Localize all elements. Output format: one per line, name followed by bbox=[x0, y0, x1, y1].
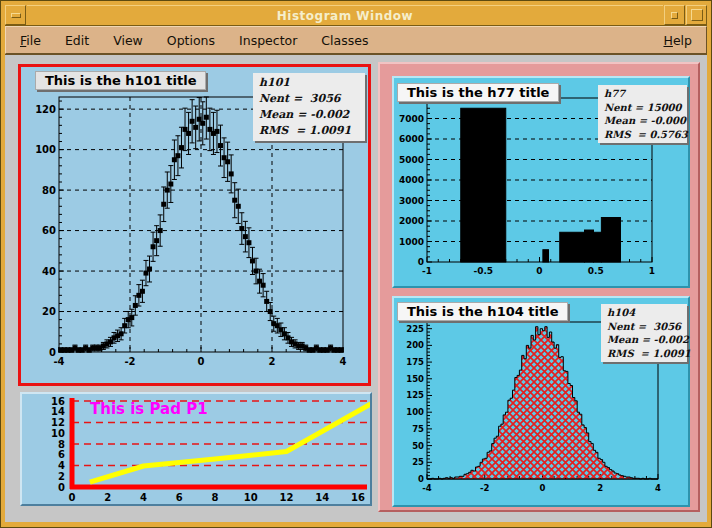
svg-text:12: 12 bbox=[51, 417, 65, 428]
svg-text:2000: 2000 bbox=[399, 216, 424, 226]
svg-text:20: 20 bbox=[42, 306, 56, 317]
svg-text:4: 4 bbox=[140, 492, 147, 503]
svg-text:75: 75 bbox=[412, 424, 424, 434]
svg-text:-2: -2 bbox=[480, 483, 490, 493]
svg-text:-4: -4 bbox=[422, 483, 432, 493]
root-canvas[interactable]: -4-2024020406080100120 This is the h101 … bbox=[5, 54, 707, 522]
pad-p1[interactable]: 02468101214160246810121416 This is Pad P… bbox=[20, 392, 372, 506]
svg-text:2: 2 bbox=[58, 471, 65, 482]
svg-text:0: 0 bbox=[536, 266, 542, 276]
pad-h101[interactable]: -4-2024020406080100120 This is the h101 … bbox=[18, 64, 371, 386]
maximize-icon bbox=[691, 9, 703, 21]
titlebar: Histogram Window bbox=[5, 5, 707, 26]
h77-title[interactable]: This is the h77 title bbox=[397, 83, 559, 102]
window-menu-icon bbox=[11, 13, 21, 18]
pad-h104[interactable]: -4-20240255075100125150175200225 This is… bbox=[392, 296, 690, 507]
window-menu-button[interactable] bbox=[5, 5, 26, 25]
svg-text:16: 16 bbox=[351, 492, 365, 503]
svg-text:0: 0 bbox=[540, 483, 546, 493]
pad-right-container[interactable]: -1-0.500.5101000200030004000500060007000… bbox=[378, 62, 700, 512]
svg-text:125: 125 bbox=[406, 390, 424, 400]
h77-stats-box[interactable]: h77 Nent = 15000 Mean = -0.000 RMS = 0.5… bbox=[598, 85, 687, 143]
svg-text:225: 225 bbox=[406, 324, 424, 334]
svg-text:2: 2 bbox=[269, 356, 276, 367]
pad-h77[interactable]: -1-0.500.5101000200030004000500060007000… bbox=[392, 76, 690, 288]
svg-text:6: 6 bbox=[58, 449, 65, 460]
window-title: Histogram Window bbox=[27, 5, 663, 25]
h104-stats-rms: RMS = 1.0091 bbox=[607, 347, 681, 361]
svg-text:8: 8 bbox=[58, 439, 65, 450]
svg-text:-2: -2 bbox=[124, 356, 135, 367]
svg-text:0: 0 bbox=[49, 347, 56, 358]
menu-item-view[interactable]: View bbox=[113, 33, 143, 48]
svg-text:6: 6 bbox=[176, 492, 183, 503]
svg-text:5000: 5000 bbox=[399, 155, 424, 165]
h104-stats-mean: Mean = -0.002 bbox=[607, 333, 681, 347]
svg-text:2: 2 bbox=[104, 492, 111, 503]
svg-text:14: 14 bbox=[51, 406, 65, 417]
svg-text:4000: 4000 bbox=[399, 175, 424, 185]
svg-text:80: 80 bbox=[42, 185, 56, 196]
histogram-window: Histogram Window File Edit View Options … bbox=[0, 0, 712, 528]
svg-text:0: 0 bbox=[418, 474, 424, 484]
h101-stats-name: h101 bbox=[259, 75, 359, 91]
h104-stats-box[interactable]: h104 Nent = 3056 Mean = -0.002 RMS = 1.0… bbox=[601, 304, 687, 362]
menu-item-file[interactable]: File bbox=[20, 33, 41, 48]
h104-title[interactable]: This is the h104 title bbox=[397, 302, 568, 321]
svg-text:7000: 7000 bbox=[399, 114, 424, 124]
svg-text:60: 60 bbox=[42, 225, 56, 236]
svg-text:120: 120 bbox=[35, 104, 56, 115]
minimize-button[interactable] bbox=[664, 5, 685, 25]
svg-text:8: 8 bbox=[212, 492, 219, 503]
svg-text:25: 25 bbox=[412, 457, 424, 467]
h77-stats-mean: Mean = -0.000 bbox=[604, 114, 681, 128]
svg-text:50: 50 bbox=[412, 441, 424, 451]
svg-text:4: 4 bbox=[58, 460, 65, 471]
svg-text:175: 175 bbox=[406, 357, 424, 367]
h101-stats-mean: Mean = -0.002 bbox=[259, 107, 359, 123]
svg-text:10: 10 bbox=[51, 428, 65, 439]
svg-text:1000: 1000 bbox=[399, 237, 424, 247]
h104-stats-name: h104 bbox=[607, 306, 681, 320]
h101-stats-rms: RMS = 1.0091 bbox=[259, 123, 359, 139]
svg-text:6000: 6000 bbox=[399, 134, 424, 144]
svg-text:40: 40 bbox=[42, 266, 56, 277]
svg-text:0: 0 bbox=[198, 356, 205, 367]
svg-text:2: 2 bbox=[597, 483, 603, 493]
h77-stats-name: h77 bbox=[604, 87, 681, 101]
svg-text:4: 4 bbox=[655, 483, 661, 493]
svg-text:4: 4 bbox=[340, 356, 347, 367]
svg-text:-1: -1 bbox=[422, 266, 432, 276]
h101-stats-nent: Nent = 3056 bbox=[259, 91, 359, 107]
svg-text:10: 10 bbox=[244, 492, 258, 503]
h101-title[interactable]: This is the h101 title bbox=[35, 71, 206, 90]
svg-text:1: 1 bbox=[649, 266, 655, 276]
h101-stats-box[interactable]: h101 Nent = 3056 Mean = -0.002 RMS = 1.0… bbox=[253, 73, 365, 141]
svg-text:100: 100 bbox=[35, 144, 56, 155]
h77-stats-nent: Nent = 15000 bbox=[604, 101, 681, 115]
minimize-icon bbox=[671, 12, 678, 19]
svg-text:16: 16 bbox=[51, 396, 65, 407]
menu-item-help[interactable]: Help bbox=[663, 33, 692, 48]
svg-text:3000: 3000 bbox=[399, 196, 424, 206]
menu-item-classes[interactable]: Classes bbox=[321, 33, 368, 48]
h77-stats-rms: RMS = 0.5763 bbox=[604, 128, 681, 142]
svg-text:0: 0 bbox=[69, 492, 76, 503]
menu-item-inspector[interactable]: Inspector bbox=[239, 33, 297, 48]
svg-text:-4: -4 bbox=[53, 356, 64, 367]
menu-item-options[interactable]: Options bbox=[167, 33, 215, 48]
p1-title: This is Pad P1 bbox=[90, 400, 208, 418]
svg-text:12: 12 bbox=[280, 492, 294, 503]
svg-text:200: 200 bbox=[406, 340, 424, 350]
menu-item-edit[interactable]: Edit bbox=[65, 33, 89, 48]
svg-text:-0.5: -0.5 bbox=[473, 266, 493, 276]
svg-text:0: 0 bbox=[418, 257, 424, 267]
svg-text:0: 0 bbox=[58, 482, 65, 493]
maximize-button[interactable] bbox=[686, 5, 707, 25]
svg-text:100: 100 bbox=[406, 407, 424, 417]
h104-stats-nent: Nent = 3056 bbox=[607, 320, 681, 334]
svg-text:150: 150 bbox=[406, 374, 424, 384]
svg-text:14: 14 bbox=[315, 492, 329, 503]
svg-text:0.5: 0.5 bbox=[588, 266, 604, 276]
h77-series bbox=[461, 108, 621, 262]
